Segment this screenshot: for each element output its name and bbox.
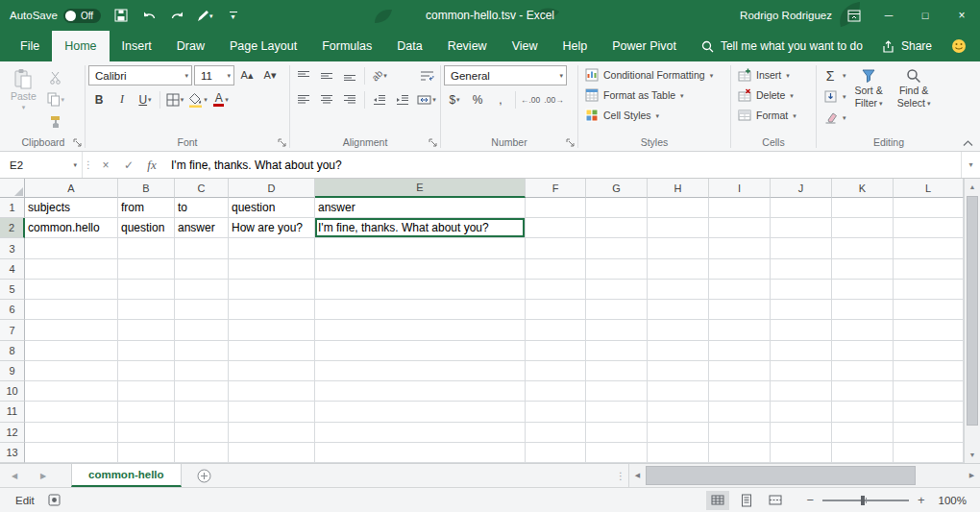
cell-D5[interactable] <box>229 280 315 300</box>
vertical-scroll-thumb[interactable] <box>967 196 978 426</box>
cell-L7[interactable] <box>894 320 964 340</box>
cell-E8[interactable] <box>315 341 526 361</box>
alignment-dialog-launcher[interactable] <box>427 136 438 148</box>
zoom-slider[interactable] <box>822 500 909 501</box>
tell-me-box[interactable]: Tell me what you want to do <box>701 39 863 53</box>
cell-E6[interactable] <box>315 300 526 320</box>
decrease-decimal-button[interactable]: .00→ <box>543 89 564 110</box>
row-header-8[interactable]: 8 <box>0 341 25 361</box>
cell-A3[interactable] <box>25 238 118 258</box>
cell-B1[interactable]: from <box>118 198 175 218</box>
cell-C2[interactable]: answer <box>175 218 229 238</box>
format-as-table-button[interactable]: Format as Table ▾ <box>581 85 688 105</box>
formula-bar-expand-icon[interactable]: ▾ <box>961 152 980 178</box>
cell-C5[interactable] <box>175 280 229 300</box>
cell-B9[interactable] <box>118 361 175 381</box>
cell-C6[interactable] <box>175 300 229 320</box>
cell-A7[interactable] <box>25 320 118 340</box>
cell-D7[interactable] <box>229 320 315 340</box>
cell-I13[interactable] <box>709 443 771 463</box>
cell-G13[interactable] <box>586 443 648 463</box>
column-header-I[interactable]: I <box>709 179 771 198</box>
row-header-6[interactable]: 6 <box>0 300 25 320</box>
cell-F10[interactable] <box>526 381 586 402</box>
cell-H3[interactable] <box>648 238 709 258</box>
row-header-12[interactable]: 12 <box>0 423 25 443</box>
italic-button[interactable]: I <box>111 89 133 110</box>
align-middle-button[interactable] <box>316 65 337 85</box>
autosum-button[interactable]: Σ <box>820 65 841 85</box>
cell-E7[interactable] <box>315 320 526 340</box>
ribbon-display-options-button[interactable] <box>847 10 861 22</box>
share-button[interactable]: Share <box>882 39 932 53</box>
ribbon-tab-insert[interactable]: Insert <box>110 31 164 61</box>
ribbon-tab-home[interactable]: Home <box>52 31 109 61</box>
cell-B10[interactable] <box>118 381 175 402</box>
cell-G1[interactable] <box>586 198 648 218</box>
cell-D4[interactable] <box>229 259 315 280</box>
cell-F2[interactable] <box>526 218 586 238</box>
zoom-out-button[interactable]: − <box>806 493 814 507</box>
cell-I2[interactable] <box>709 218 771 238</box>
align-top-button[interactable] <box>293 65 314 85</box>
cell-E3[interactable] <box>315 238 526 258</box>
cell-J1[interactable] <box>771 198 832 218</box>
cell-K13[interactable] <box>832 443 894 463</box>
row-header-10[interactable]: 10 <box>0 381 25 402</box>
cell-F6[interactable] <box>526 300 586 320</box>
cell-F4[interactable] <box>526 259 586 280</box>
cell-K4[interactable] <box>832 259 894 280</box>
cell-A13[interactable] <box>25 443 118 463</box>
cell-D1[interactable]: question <box>229 198 315 218</box>
cell-J7[interactable] <box>771 320 832 340</box>
smiley-feedback-icon[interactable] <box>951 38 967 54</box>
cell-J8[interactable] <box>771 341 832 361</box>
align-right-button[interactable] <box>339 89 360 110</box>
cell-L4[interactable] <box>894 259 964 280</box>
cell-D13[interactable] <box>229 443 315 463</box>
cell-A2[interactable]: common.hello <box>25 218 118 238</box>
maximize-button[interactable]: □ <box>907 0 943 31</box>
zoom-in-button[interactable]: + <box>918 493 925 507</box>
ribbon-tab-data[interactable]: Data <box>384 31 434 61</box>
cell-B13[interactable] <box>118 443 175 463</box>
cell-J12[interactable] <box>771 423 832 443</box>
sheet-nav-left-icon[interactable]: ◀ <box>0 464 29 487</box>
clipboard-dialog-launcher[interactable] <box>71 136 83 148</box>
select-all-button[interactable] <box>0 179 25 198</box>
cell-E5[interactable] <box>315 280 526 300</box>
row-header-2[interactable]: 2 <box>0 218 25 238</box>
insert-cells-button[interactable]: Insert ▾ <box>734 65 794 85</box>
cell-B4[interactable] <box>118 259 175 280</box>
horizontal-scroll-thumb[interactable] <box>646 466 916 485</box>
cell-K1[interactable] <box>832 198 894 218</box>
cell-I6[interactable] <box>709 300 771 320</box>
cell-L1[interactable] <box>894 198 964 218</box>
cell-J5[interactable] <box>771 280 832 300</box>
find-select-button[interactable]: Find & Select▾ <box>892 65 937 109</box>
vertical-scrollbar[interactable]: ▲ ▼ <box>964 179 980 463</box>
cell-F13[interactable] <box>526 443 586 463</box>
cell-C7[interactable] <box>175 320 229 340</box>
cell-D3[interactable] <box>229 238 315 258</box>
cell-B3[interactable] <box>118 238 175 258</box>
underline-button[interactable]: U▾ <box>135 89 156 110</box>
horizontal-scrollbar[interactable]: ◀ ▶ <box>628 464 980 487</box>
copy-button[interactable]: ▾ <box>45 89 66 110</box>
customize-quick-access-button[interactable]: ▾ <box>226 6 241 25</box>
cell-G2[interactable] <box>586 218 648 238</box>
cell-H4[interactable] <box>648 259 709 280</box>
column-header-L[interactable]: L <box>894 179 964 198</box>
cell-D11[interactable] <box>229 402 315 422</box>
cell-L2[interactable] <box>894 218 964 238</box>
cell-J4[interactable] <box>771 259 832 280</box>
cell-D8[interactable] <box>229 341 315 361</box>
cell-I8[interactable] <box>709 341 771 361</box>
cell-H1[interactable] <box>648 198 709 218</box>
page-break-view-button[interactable] <box>764 491 787 510</box>
cell-G3[interactable] <box>586 238 648 258</box>
cell-G9[interactable] <box>586 361 648 381</box>
cell-I12[interactable] <box>709 423 771 443</box>
conditional-formatting-button[interactable]: Conditional Formatting ▾ <box>581 65 717 85</box>
cell-C13[interactable] <box>175 443 229 463</box>
